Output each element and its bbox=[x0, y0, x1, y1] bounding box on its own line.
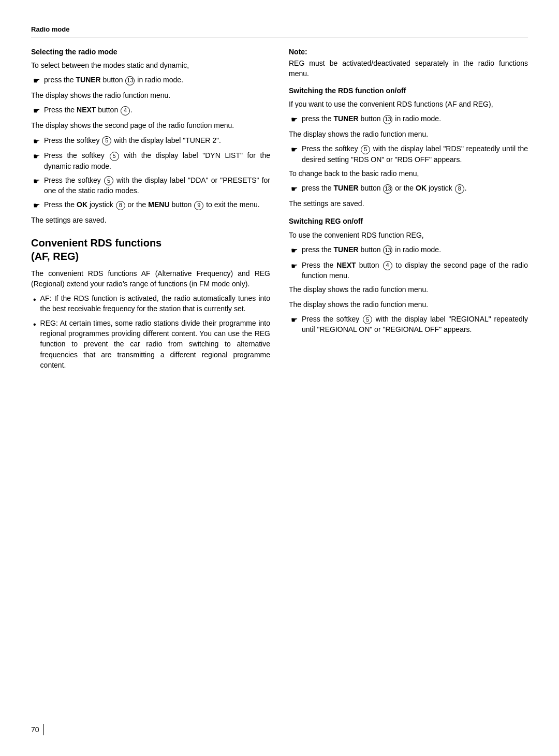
header-rule: Radio mode bbox=[31, 25, 528, 37]
arrow-icon-10: ☛ bbox=[291, 245, 298, 256]
section4-bullet1-text: press the TUNER button 13 in radio mode. bbox=[302, 244, 528, 255]
section3-para2: The display shows the radio function men… bbox=[289, 129, 528, 139]
section3-bullet3-text: press the TUNER button 13 or the OK joys… bbox=[302, 183, 528, 193]
page: Radio mode Selecting the radio mode To s… bbox=[0, 0, 559, 756]
circle-8-2: 8 bbox=[455, 184, 464, 194]
section2-para1: The convenient RDS functions AF (Alterna… bbox=[31, 268, 270, 289]
circle-13-3: 13 bbox=[383, 184, 392, 194]
circle-5-2: 5 bbox=[110, 152, 119, 161]
ok-bold-1: OK bbox=[77, 200, 87, 209]
section1-bullet4-text: Press the softkey 5 with the display lab… bbox=[44, 150, 270, 171]
section3-bullet2-text: Press the softkey 5 with the display lab… bbox=[302, 143, 528, 165]
section3-bullet1: ☛ press the TUNER button 13 in radio mod… bbox=[289, 113, 528, 125]
circle-4-1: 4 bbox=[121, 106, 130, 115]
section4-bullet2: ☛ Press the NEXT button 4 to display the… bbox=[289, 260, 528, 281]
circle-5-3: 5 bbox=[104, 176, 113, 185]
arrow-icon-9: ☛ bbox=[291, 183, 298, 195]
circle-8-1: 8 bbox=[116, 201, 125, 210]
section1-bullet2: ☛ Press the NEXT button 4. bbox=[31, 105, 270, 117]
circle-4-2: 4 bbox=[383, 261, 392, 270]
section2-title: Convenient RDS functions(AF, REG) bbox=[31, 236, 270, 263]
section3-bullet1-text: press the TUNER button 13 in radio mode. bbox=[302, 113, 528, 124]
section2-list-item2: • REG: At certain times, some radio stat… bbox=[31, 318, 270, 370]
section3-bullet3: ☛ press the TUNER button 13 or the OK jo… bbox=[289, 183, 528, 195]
menu-bold-1: MENU bbox=[148, 200, 169, 209]
arrow-icon-8: ☛ bbox=[291, 144, 298, 155]
note-title: Note: bbox=[289, 47, 528, 57]
tuner-bold-2: TUNER bbox=[333, 114, 358, 123]
page-number-area: 70 bbox=[31, 724, 44, 735]
section3-para4: The settings are saved. bbox=[289, 198, 528, 209]
circle-5-4: 5 bbox=[361, 145, 370, 154]
section1-bullet5: ☛ Press the softkey 5 with the display l… bbox=[31, 175, 270, 196]
section4-bullet3-text: Press the softkey 5 with the display lab… bbox=[302, 314, 528, 335]
section4-title: Switching REG on/off bbox=[289, 216, 528, 226]
section1-para1: To select between the modes static and d… bbox=[31, 60, 270, 70]
arrow-icon-6: ☛ bbox=[33, 200, 40, 211]
circle-13-1: 13 bbox=[125, 76, 135, 85]
section1-bullet1: ☛ press the TUNER button 13 in radio mod… bbox=[31, 75, 270, 86]
section3-para1: If you want to use the convenient RDS fu… bbox=[289, 99, 528, 109]
section4-para2: The display shows the radio function men… bbox=[289, 284, 528, 295]
ok-bold-2: OK bbox=[416, 184, 426, 192]
section3-title: Switching the RDS function on/off bbox=[289, 85, 528, 96]
arrow-icon-4: ☛ bbox=[33, 151, 40, 162]
section1-bullet2-text: Press the NEXT button 4. bbox=[44, 105, 270, 115]
bullet-dot-1: • bbox=[33, 294, 36, 306]
circle-13-2: 13 bbox=[383, 115, 392, 124]
left-column: Selecting the radio mode To select betwe… bbox=[31, 47, 270, 374]
bullet-dot-2: • bbox=[33, 319, 36, 330]
section1-bullet6: ☛ Press the OK joystick 8 or the MENU bu… bbox=[31, 199, 270, 211]
section1-title: Selecting the radio mode bbox=[31, 47, 270, 57]
section4-para1: To use the convenient RDS function REG, bbox=[289, 230, 528, 240]
section4-bullet3: ☛ Press the softkey 5 with the display l… bbox=[289, 314, 528, 335]
section1-para3: The display shows the second page of the… bbox=[31, 120, 270, 130]
arrow-icon-12: ☛ bbox=[291, 314, 298, 326]
section2-list-item1-text: AF: If the RDS function is activated, th… bbox=[40, 293, 270, 314]
section1-bullet3: ☛ Press the softkey 5 with the display l… bbox=[31, 135, 270, 147]
tuner-bold-1: TUNER bbox=[76, 76, 100, 84]
arrow-icon-2: ☛ bbox=[33, 105, 40, 117]
arrow-icon-11: ☛ bbox=[291, 260, 298, 272]
section3-bullet2: ☛ Press the softkey 5 with the display l… bbox=[289, 143, 528, 165]
section4-para3: The display shows the radio function men… bbox=[289, 299, 528, 310]
arrow-icon-1: ☛ bbox=[33, 75, 40, 86]
circle-5-5: 5 bbox=[363, 315, 372, 324]
section2-list-item1: • AF: If the RDS function is activated, … bbox=[31, 293, 270, 314]
right-column: Note: REG must be activated/deactivated … bbox=[289, 47, 528, 374]
next-bold-2: NEXT bbox=[336, 261, 356, 269]
section3-para3: To change back to the basic radio menu, bbox=[289, 168, 528, 179]
tuner-bold-3: TUNER bbox=[333, 184, 358, 192]
tuner-bold-4: TUNER bbox=[333, 245, 358, 254]
section1-bullet1-text: press the TUNER button 13 in radio mode. bbox=[44, 75, 270, 85]
arrow-icon-3: ☛ bbox=[33, 136, 40, 147]
header-label: Radio mode bbox=[31, 25, 69, 35]
section2-list-item2-text: REG: At certain times, some radio statio… bbox=[40, 318, 270, 370]
note-text: REG must be activated/deactivated separa… bbox=[289, 58, 528, 79]
two-col-layout: Selecting the radio mode To select betwe… bbox=[31, 47, 528, 374]
section1-bullet3-text: Press the softkey 5 with the display lab… bbox=[44, 135, 270, 146]
next-bold-1: NEXT bbox=[77, 106, 96, 114]
arrow-icon-7: ☛ bbox=[291, 114, 298, 125]
section4-bullet2-text: Press the NEXT button 4 to display the s… bbox=[302, 260, 528, 281]
section1-bullet6-text: Press the OK joystick 8 or the MENU butt… bbox=[44, 199, 270, 210]
section4-bullet1: ☛ press the TUNER button 13 in radio mod… bbox=[289, 244, 528, 256]
circle-13-4: 13 bbox=[383, 245, 392, 255]
section1-para2: The display shows the radio function men… bbox=[31, 90, 270, 100]
circle-5-1: 5 bbox=[102, 136, 111, 146]
page-number: 70 bbox=[31, 724, 39, 735]
section1-para4: The settings are saved. bbox=[31, 215, 270, 225]
circle-9-1: 9 bbox=[194, 201, 203, 210]
note-block: Note: REG must be activated/deactivated … bbox=[289, 47, 528, 79]
section1-bullet5-text: Press the softkey 5 with the display lab… bbox=[44, 175, 270, 196]
arrow-icon-5: ☛ bbox=[33, 176, 40, 187]
section1-bullet4: ☛ Press the softkey 5 with the display l… bbox=[31, 150, 270, 171]
page-number-divider bbox=[43, 724, 44, 735]
